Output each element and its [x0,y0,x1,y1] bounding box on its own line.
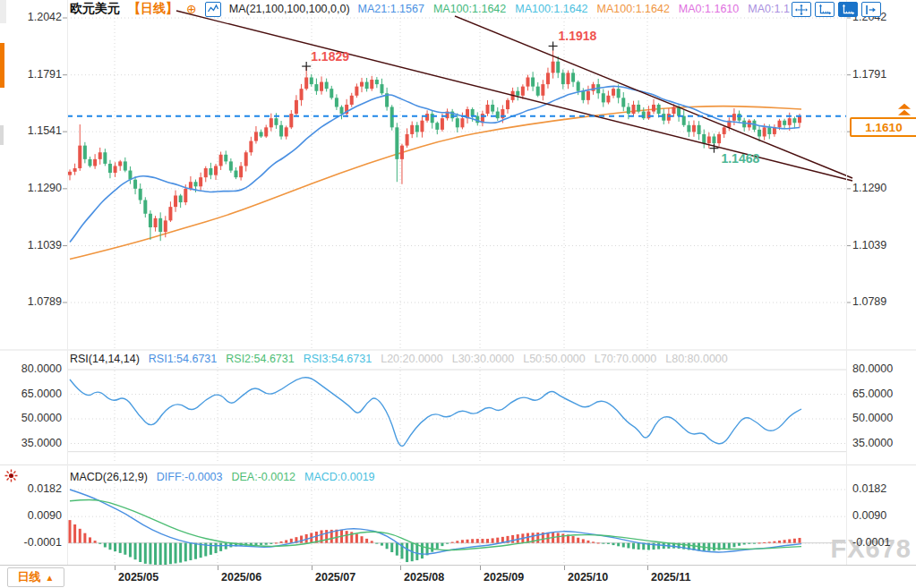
x-axis-label: 2025/05 [118,571,158,584]
price-axis-label: 1.1290 [28,182,62,195]
rsi-legend-item: L30:30.0000 [452,353,515,365]
price-axis-label: 1.1039 [28,239,62,252]
x-axis-label: 2025/09 [484,571,524,584]
ma-legend-item: MA0:1.1 [748,3,790,15]
x-axis-label: 2025/07 [315,571,355,584]
x-axis-tick [647,566,648,570]
price-axis-label: 1.1791 [852,68,886,81]
chart-type-icon[interactable] [205,2,221,17]
crosshair-move-icon[interactable] [792,2,811,17]
drawing-tool-icon[interactable] [4,468,19,483]
macd-axis-label: 0.0090 [852,509,886,523]
macd-settings-label[interactable]: MACD(26,12,9) [70,471,148,483]
rsi-legend-item: L80:80.0000 [665,353,728,365]
price-axis-label: 1.0789 [28,295,62,309]
rsi-legend-item: L70:70.0000 [595,353,657,365]
macd-axis-label: 0.0090 [28,509,62,523]
chart-header: 欧元美元 【日线】 ⊕ MA(21,100,100,100,0,0) MA21:… [70,1,790,17]
macd-legend-item: DIFF:-0.0003 [157,471,223,483]
rsi-axis-label: 80.0000 [21,362,62,376]
x-axis-label: 2025/10 [568,571,608,584]
x-axis-tick [218,566,218,570]
current-price-value: 1.1610 [865,121,902,134]
price-axis-label: 1.0789 [852,295,886,309]
symbol-title: 欧元美元 [70,1,120,17]
rsi-axis-label: 65.0000 [852,388,893,401]
chart-toolbar [792,2,881,17]
macd-axis-label: -0.0001 [24,536,62,550]
x-axis-label: 2025/11 [651,571,691,584]
price-axis-label: 1.1791 [28,68,62,81]
macd-axis-label: -0.0001 [852,536,890,550]
right-axis-column: 1.20421.17911.15411.12901.10391.078980.0… [851,0,916,565]
price-axis-label: 1.1290 [852,182,886,195]
x-axis-row: 日线 ▲ 2025/052025/062025/072025/082025/09… [0,565,916,588]
axis-range-icon[interactable] [815,2,835,17]
svg-text:1.1918: 1.1918 [559,29,597,43]
chart-app: 1.18291.19181.1468 欧元美元 【日线】 ⊕ MA(21,100… [0,0,916,588]
ma-legend: MA21:1.1567MA100:1.1642MA100:1.1642MA100… [358,3,790,15]
current-price-box: 1.1610 [850,117,916,137]
x-axis-tick [115,566,116,570]
ma-legend-item: MA100:1.1642 [515,3,587,15]
rsi-header: RSI(14,14,14) RSI1:54.6731RSI2:54.6731RS… [70,353,728,365]
price-axis-label: 1.1541 [28,124,62,138]
ma-legend-item: MA100:1.1642 [597,3,670,15]
rsi-axis-label: 35.0000 [852,437,893,450]
period-button-label: 日线 [18,569,41,585]
x-axis-tick [312,566,312,570]
macd-legend-item: MACD:0.0019 [304,471,375,483]
x-axis-label: 2025/06 [221,571,261,584]
rsi-axis-label: 80.0000 [852,362,893,376]
ma-settings-label[interactable]: MA(21,100,100,100,0,0) [229,3,350,15]
rsi-legend-item: L50:50.0000 [523,353,586,365]
x-axis-tick [564,566,565,570]
auto-scale-icon[interactable] [838,2,858,17]
ma-legend-item: MA21:1.1567 [358,3,424,15]
rsi-axis-label: 50.0000 [21,412,62,425]
collapse-right-icon[interactable] [861,2,881,17]
rsi-axis-label: 65.0000 [21,388,62,401]
rsi-legend-item: RSI1:54.6731 [149,353,217,365]
rsi-legend-item: L20:20.0000 [381,353,443,365]
add-indicator-icon[interactable]: ⊕ [186,3,197,15]
x-axis-tick [480,566,481,570]
macd-header: MACD(26,12,9) DIFF:-0.0003DEA:-0.0012MAC… [70,471,375,483]
period-selector-button[interactable]: 日线 ▲ [7,567,64,587]
rsi-axis-label: 50.0000 [852,412,893,425]
chevron-up-icon: ▲ [46,573,55,583]
macd-legend: DIFF:-0.0003DEA:-0.0012MACD:0.0019 [157,471,375,483]
rsi-legend-item: RSI3:54.6731 [304,353,372,365]
rsi-axis-label: 35.0000 [21,437,62,450]
chart-canvas[interactable]: 1.18291.19181.1468 [0,0,916,588]
x-axis-tick [400,566,401,570]
price-axis-label: 1.2042 [28,11,62,24]
rsi-legend-item: RSI2:54.6731 [226,353,294,365]
macd-axis-label: 0.0182 [28,482,62,496]
svg-text:1.1829: 1.1829 [311,49,349,64]
rsi-settings-label[interactable]: RSI(14,14,14) [70,353,140,365]
macd-legend-item: DEA:-0.0012 [231,471,295,483]
svg-text:1.1468: 1.1468 [721,151,759,166]
period-tag: 【日线】 [128,1,178,17]
macd-axis-label: 0.0182 [852,482,886,496]
rsi-legend: RSI1:54.6731RSI2:54.6731RSI3:54.6731L20:… [149,353,728,365]
ma-legend-item: MA100:1.1642 [433,3,506,15]
x-axis-label: 2025/08 [404,571,444,584]
price-axis-label: 1.1039 [852,239,886,252]
ma-legend-item: MA0:1.1610 [679,3,739,15]
